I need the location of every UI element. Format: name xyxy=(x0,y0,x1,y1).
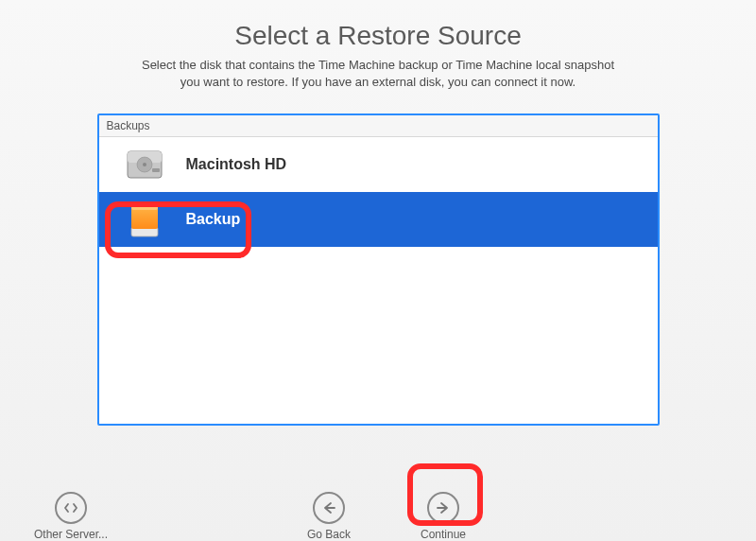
go-back-button[interactable]: Go Back xyxy=(307,492,351,541)
go-back-label: Go Back xyxy=(307,528,351,541)
other-server-icon xyxy=(55,492,87,524)
list-item-backup[interactable]: Backup xyxy=(99,192,658,247)
svg-rect-7 xyxy=(131,204,158,210)
list-item-macintosh-hd[interactable]: Macintosh HD xyxy=(99,137,658,192)
panel-header-label: Backups xyxy=(99,115,658,137)
page-subtitle: Select the disk that contains the Time M… xyxy=(142,57,614,91)
arrow-left-icon xyxy=(313,492,345,524)
page-title: Select a Restore Source xyxy=(234,21,522,51)
continue-label: Continue xyxy=(421,528,466,541)
arrow-right-icon xyxy=(427,492,459,524)
svg-rect-4 xyxy=(152,168,160,172)
subtitle-line-2: you want to restore. If you have an exte… xyxy=(180,75,576,89)
internal-disk-icon xyxy=(124,144,165,185)
continue-button[interactable]: Continue xyxy=(421,492,466,541)
other-server-button[interactable]: Other Server... xyxy=(34,492,108,541)
disk-list: Macintosh HD xyxy=(99,137,658,424)
list-item-label: Backup xyxy=(186,211,241,228)
restore-source-panel: Backups Macintosh HD xyxy=(97,113,660,426)
list-item-label: Macintosh HD xyxy=(186,156,287,173)
subtitle-line-1: Select the disk that contains the Time M… xyxy=(142,58,614,72)
other-server-label: Other Server... xyxy=(34,528,108,541)
external-disk-icon xyxy=(124,199,165,240)
svg-point-3 xyxy=(143,163,146,166)
